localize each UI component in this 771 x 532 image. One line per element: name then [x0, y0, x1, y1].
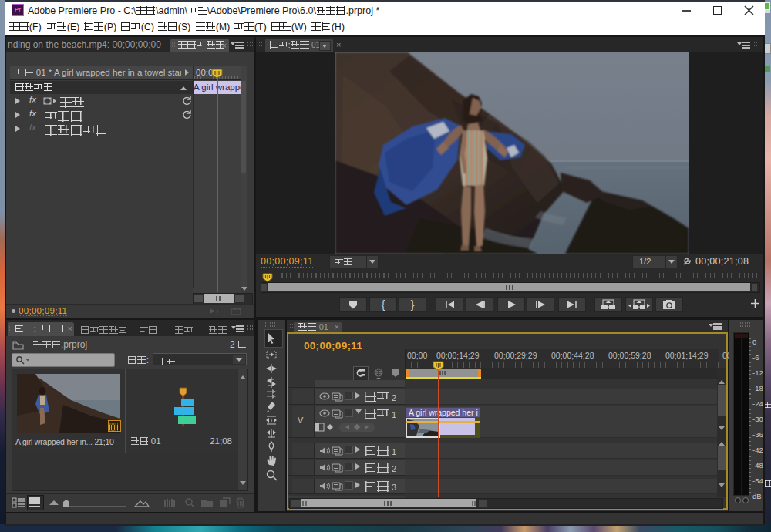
svg-text:{: { — [382, 298, 386, 311]
svg-text:}: } — [411, 298, 415, 311]
